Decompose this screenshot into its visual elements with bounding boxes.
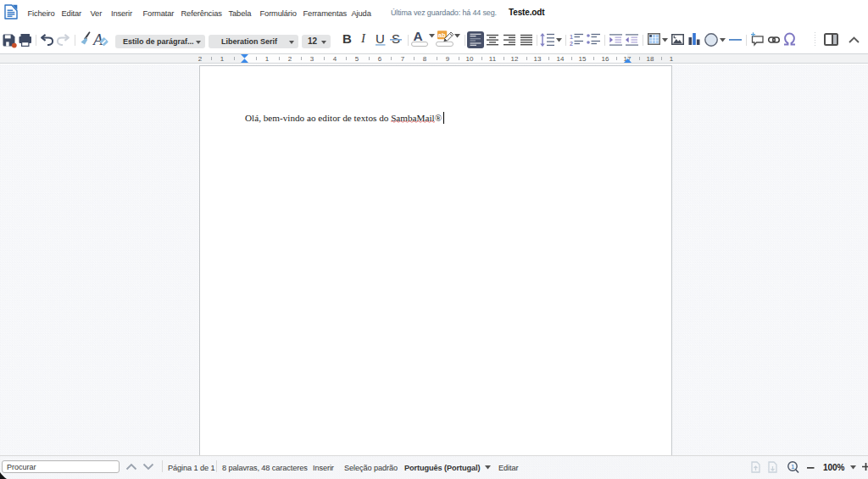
svg-text:A: A	[92, 31, 103, 48]
svg-text:1: 1	[570, 34, 573, 40]
svg-text:2: 2	[570, 41, 573, 47]
svg-text:1: 1	[791, 463, 795, 471]
svg-text:ab: ab	[438, 31, 446, 39]
